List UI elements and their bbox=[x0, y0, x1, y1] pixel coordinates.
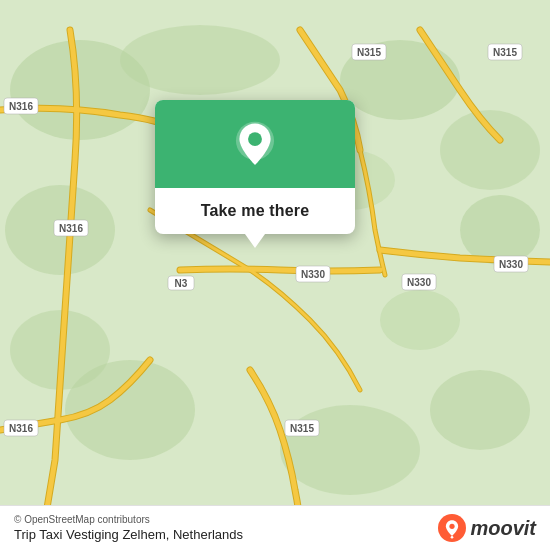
svg-point-37 bbox=[451, 536, 454, 539]
svg-point-4 bbox=[460, 195, 540, 265]
svg-point-8 bbox=[430, 370, 530, 450]
svg-text:N316: N316 bbox=[59, 223, 83, 234]
svg-text:N315: N315 bbox=[290, 423, 314, 434]
popup-card: Take me there bbox=[155, 100, 355, 234]
location-pin-icon bbox=[229, 120, 281, 172]
take-me-there-button[interactable]: Take me there bbox=[201, 202, 310, 220]
svg-point-1 bbox=[120, 25, 280, 95]
svg-point-3 bbox=[440, 110, 540, 190]
bottom-left: © OpenStreetMap contributors Trip Taxi V… bbox=[14, 514, 243, 542]
svg-text:N315: N315 bbox=[357, 47, 381, 58]
svg-text:N316: N316 bbox=[9, 423, 33, 434]
popup-button-area[interactable]: Take me there bbox=[155, 188, 355, 234]
svg-text:N316: N316 bbox=[9, 101, 33, 112]
svg-text:N330: N330 bbox=[499, 259, 523, 270]
svg-text:N330: N330 bbox=[301, 269, 325, 280]
moovit-logo: moovit bbox=[438, 514, 536, 542]
bottom-bar: © OpenStreetMap contributors Trip Taxi V… bbox=[0, 505, 550, 550]
svg-point-36 bbox=[450, 524, 455, 529]
moovit-icon bbox=[438, 514, 466, 542]
svg-point-7 bbox=[280, 405, 420, 495]
popup-icon-area bbox=[155, 100, 355, 188]
map-svg: N316 N316 N316 N315 N315 N315 N330 N330 … bbox=[0, 0, 550, 550]
map-container: N316 N316 N316 N315 N315 N315 N330 N330 … bbox=[0, 0, 550, 550]
svg-text:N315: N315 bbox=[493, 47, 517, 58]
svg-text:N330: N330 bbox=[407, 277, 431, 288]
moovit-brand-text: moovit bbox=[470, 517, 536, 540]
svg-text:N3: N3 bbox=[175, 278, 188, 289]
svg-point-34 bbox=[248, 132, 262, 146]
svg-point-9 bbox=[380, 290, 460, 350]
place-name: Trip Taxi Vestiging Zelhem, Netherlands bbox=[14, 527, 243, 542]
attribution-text: © OpenStreetMap contributors bbox=[14, 514, 243, 525]
